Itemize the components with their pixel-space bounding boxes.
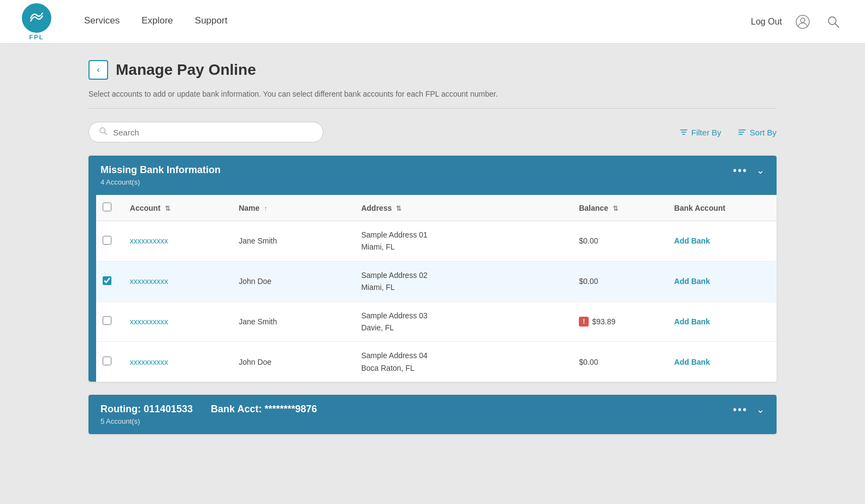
row-name-cell: Jane Smith xyxy=(232,221,354,262)
table-row: xxxxxxxxxx John Doe Sample Address 02Mia… xyxy=(96,261,777,301)
logo[interactable]: FPL xyxy=(22,3,51,40)
header-actions: Log Out xyxy=(751,12,843,32)
row-name-cell: Jane Smith xyxy=(232,301,354,342)
nav-support[interactable]: Support xyxy=(195,11,228,32)
account-link-2[interactable]: xxxxxxxxxx xyxy=(130,277,168,286)
account-link-3[interactable]: xxxxxxxxxx xyxy=(130,317,168,326)
page-subtitle: Select accounts to add or update bank in… xyxy=(88,90,777,109)
back-icon: ‹ xyxy=(97,65,99,75)
routing-subtitle: 5 Account(s) xyxy=(100,417,317,425)
row-account-cell[interactable]: xxxxxxxxxx xyxy=(123,301,232,342)
table-row: xxxxxxxxxx Jane Smith Sample Address 03D… xyxy=(96,301,777,342)
row-bank-cell[interactable]: Add Bank xyxy=(668,221,777,262)
section-header-right: ••• ⌄ xyxy=(733,164,765,176)
routing-collapse-button[interactable]: ⌄ xyxy=(756,404,765,416)
row-checkbox-cell[interactable] xyxy=(96,342,123,382)
collapse-button[interactable]: ⌄ xyxy=(756,164,765,176)
section-subtitle: 4 Account(s) xyxy=(100,178,221,186)
select-all-checkbox[interactable] xyxy=(103,203,111,211)
balance-column-label: Balance xyxy=(579,204,608,212)
add-bank-link-2[interactable]: Add Bank xyxy=(674,277,710,286)
row-balance-cell: !$93.89 xyxy=(572,301,667,342)
more-options-button[interactable]: ••• xyxy=(733,165,748,176)
page-header: ‹ Manage Pay Online xyxy=(88,60,777,80)
row-name-cell: John Doe xyxy=(232,261,354,301)
name-sort-icon: ↑ xyxy=(264,205,267,212)
user-icon-button[interactable] xyxy=(793,12,813,32)
row-account-cell[interactable]: xxxxxxxxxx xyxy=(123,221,232,262)
svg-line-4 xyxy=(836,23,839,27)
account-link-4[interactable]: xxxxxxxxxx xyxy=(130,358,168,366)
back-button[interactable]: ‹ xyxy=(88,60,108,80)
table-header-row: Account ⇅ Name ↑ Address ⇅ xyxy=(96,195,777,221)
row-checkbox-1[interactable] xyxy=(103,236,111,245)
row-checkbox-cell[interactable] xyxy=(96,261,123,301)
row-checkbox-cell[interactable] xyxy=(96,221,123,262)
routing-title: Routing: 011401533 Bank Acct: ********98… xyxy=(100,404,317,415)
row-bank-cell[interactable]: Add Bank xyxy=(668,261,777,301)
row-balance-cell: $0.00 xyxy=(572,261,667,301)
row-account-cell[interactable]: xxxxxxxxxx xyxy=(123,261,232,301)
nav-explore[interactable]: Explore xyxy=(141,11,173,32)
table-row: xxxxxxxxxx Jane Smith Sample Address 01M… xyxy=(96,221,777,262)
side-stripe xyxy=(88,195,96,382)
table-row: xxxxxxxxxx John Doe Sample Address 04Boc… xyxy=(96,342,777,382)
svg-line-6 xyxy=(104,132,106,134)
row-balance-cell: $0.00 xyxy=(572,342,667,382)
bank-account-column-header: Bank Account xyxy=(668,195,777,221)
row-address-cell: Sample Address 02Miami, FL xyxy=(354,261,572,301)
routing-header-right: ••• ⌄ xyxy=(733,404,765,416)
header: FPL Services Explore Support Log Out xyxy=(0,0,865,44)
search-controls: Filter By Sort By xyxy=(88,122,777,143)
row-name-cell: John Doe xyxy=(232,342,354,382)
add-bank-link-4[interactable]: Add Bank xyxy=(674,358,710,366)
nav-services[interactable]: Services xyxy=(84,11,120,32)
controls-right: Filter By Sort By xyxy=(679,128,777,137)
sort-icon xyxy=(738,128,746,137)
row-checkbox-4[interactable] xyxy=(103,357,111,365)
row-address-cell: Sample Address 03Davie, FL xyxy=(354,301,572,342)
sort-button[interactable]: Sort By xyxy=(738,128,777,137)
accounts-table: Account ⇅ Name ↑ Address ⇅ xyxy=(96,195,777,382)
sort-label: Sort By xyxy=(750,128,777,137)
row-balance-cell: $0.00 xyxy=(572,221,667,262)
add-bank-link-3[interactable]: Add Bank xyxy=(674,317,710,326)
main-content: ‹ Manage Pay Online Select accounts to a… xyxy=(67,44,798,464)
page-title: Manage Pay Online xyxy=(116,61,256,79)
section-card-inner: Account ⇅ Name ↑ Address ⇅ xyxy=(88,195,777,382)
account-column-header[interactable]: Account ⇅ xyxy=(123,195,232,221)
account-link-1[interactable]: xxxxxxxxxx xyxy=(130,236,168,245)
row-checkbox-3[interactable] xyxy=(103,316,111,325)
name-column-header[interactable]: Name ↑ xyxy=(232,195,354,221)
add-bank-link-1[interactable]: Add Bank xyxy=(674,236,710,245)
filter-button[interactable]: Filter By xyxy=(679,128,721,137)
missing-bank-section: Missing Bank Information 4 Account(s) ••… xyxy=(88,156,777,382)
section-header-left: Missing Bank Information 4 Account(s) xyxy=(100,164,221,186)
row-address-cell: Sample Address 01Miami, FL xyxy=(354,221,572,262)
bank-account-column-label: Bank Account xyxy=(674,204,726,212)
address-column-label: Address xyxy=(361,204,392,212)
main-nav: Services Explore Support xyxy=(84,11,751,32)
routing-more-options-button[interactable]: ••• xyxy=(733,404,748,415)
account-sort-icon: ⇅ xyxy=(165,205,170,212)
search-input[interactable] xyxy=(113,128,313,137)
account-column-label: Account xyxy=(130,204,161,212)
row-bank-cell[interactable]: Add Bank xyxy=(668,301,777,342)
address-column-header[interactable]: Address ⇅ xyxy=(354,195,572,221)
routing-section: Routing: 011401533 Bank Acct: ********98… xyxy=(88,395,777,434)
section-content: Account ⇅ Name ↑ Address ⇅ xyxy=(96,195,777,382)
row-checkbox-cell[interactable] xyxy=(96,301,123,342)
logout-button[interactable]: Log Out xyxy=(751,17,782,27)
row-account-cell[interactable]: xxxxxxxxxx xyxy=(123,342,232,382)
row-address-cell: Sample Address 04Boca Raton, FL xyxy=(354,342,572,382)
select-all-header[interactable] xyxy=(96,195,123,221)
search-icon xyxy=(99,127,108,138)
row-checkbox-2[interactable] xyxy=(103,276,111,285)
missing-bank-header: Missing Bank Information 4 Account(s) ••… xyxy=(88,156,777,195)
search-box[interactable] xyxy=(88,122,323,143)
routing-section-header: Routing: 011401533 Bank Acct: ********98… xyxy=(88,395,777,434)
row-bank-cell[interactable]: Add Bank xyxy=(668,342,777,382)
section-title: Missing Bank Information xyxy=(100,164,221,176)
balance-column-header[interactable]: Balance ⇅ xyxy=(572,195,667,221)
search-icon-button[interactable] xyxy=(823,12,843,32)
